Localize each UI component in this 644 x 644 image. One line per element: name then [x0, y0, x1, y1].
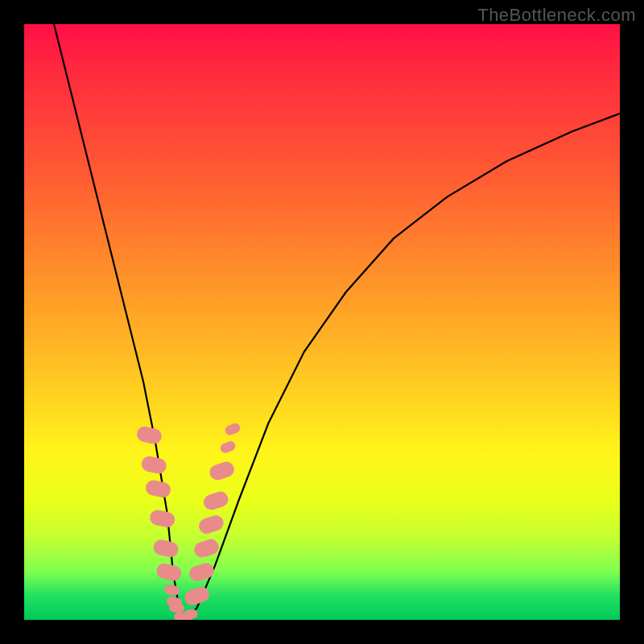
svg-rect-19: [225, 423, 242, 436]
curve-markers: [136, 423, 242, 620]
svg-rect-5: [155, 563, 182, 582]
svg-rect-8: [168, 602, 184, 614]
plot-area: [24, 24, 620, 620]
svg-rect-1: [141, 456, 167, 475]
svg-rect-2: [145, 479, 171, 498]
svg-rect-13: [188, 562, 215, 583]
svg-rect-16: [202, 490, 229, 511]
svg-rect-17: [208, 460, 236, 481]
watermark-text: TheBottleneck.com: [477, 5, 636, 26]
svg-rect-0: [136, 426, 163, 445]
svg-rect-12: [184, 585, 211, 606]
svg-rect-6: [164, 584, 180, 597]
svg-rect-15: [197, 514, 225, 535]
svg-rect-14: [192, 538, 220, 559]
curve-layer: [24, 24, 620, 620]
svg-rect-11: [184, 610, 197, 618]
chart-frame: TheBottleneck.com: [0, 0, 644, 644]
svg-rect-18: [220, 440, 237, 454]
svg-rect-3: [149, 509, 175, 528]
svg-rect-4: [153, 539, 180, 558]
bottleneck-curve: [54, 24, 620, 620]
